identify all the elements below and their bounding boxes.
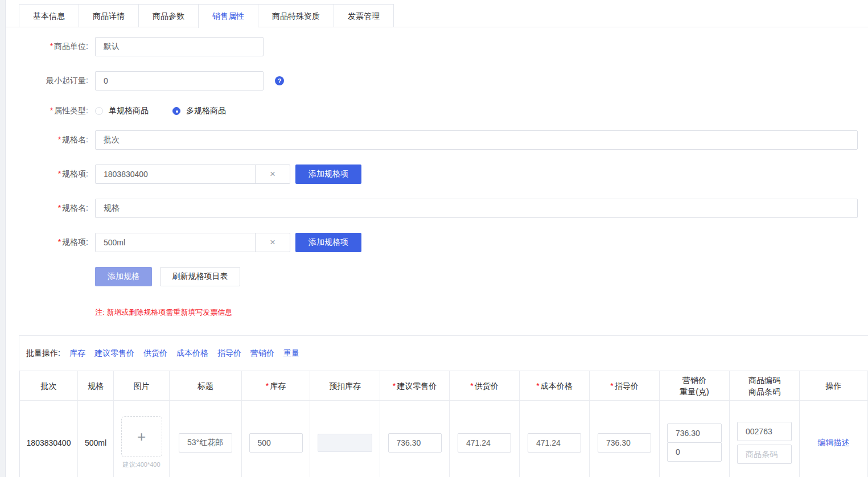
add-spec-button[interactable]: 添加规格 — [95, 267, 152, 286]
cell-withheld-stock — [310, 401, 380, 477]
batch-link-supply-price[interactable]: 供货价 — [143, 348, 167, 359]
retail-price-input[interactable] — [388, 433, 442, 453]
sku-section: 批量操作: 库存 建议零售价 供货价 成本价格 指导价 营销价 重量 批次 规格… — [19, 335, 868, 477]
batch-link-guide-price[interactable]: 指导价 — [217, 348, 241, 359]
radio-single-spec[interactable]: 单规格商品 — [95, 106, 149, 116]
unit-row: *商品单位: — [6, 37, 868, 56]
batch-link-cost-price[interactable]: 成本价格 — [176, 348, 208, 359]
radio-checked-icon[interactable] — [172, 107, 180, 115]
tab-sales-attributes[interactable]: 销售属性 — [198, 4, 258, 28]
left-gutter — [0, 0, 6, 477]
tab-basic-info[interactable]: 基本信息 — [19, 4, 79, 27]
image-upload-button[interactable]: + — [121, 416, 162, 457]
cell-spec: 500ml — [78, 401, 114, 477]
supply-price-input[interactable] — [458, 433, 511, 453]
header-cost-price: *成本价格 — [520, 371, 590, 401]
barcode-input[interactable] — [737, 445, 792, 464]
min-order-input[interactable] — [95, 71, 264, 91]
spec1-item-input[interactable] — [96, 165, 255, 183]
cost-price-input[interactable] — [528, 433, 581, 453]
marketing-price-input[interactable] — [667, 423, 722, 443]
tab-special-qualification[interactable]: 商品特殊资质 — [258, 4, 334, 27]
plus-icon: + — [137, 428, 146, 446]
cell-cost-price — [520, 401, 590, 477]
spec2-item-row: *规格项: × 添加规格项 — [6, 233, 868, 252]
header-stock: *库存 — [242, 371, 310, 401]
required-mark: * — [470, 381, 473, 390]
header-title: 标题 — [170, 371, 242, 401]
header-code-barcode: 商品编码商品条码 — [730, 371, 800, 401]
tab-bar: 基本信息 商品详情 商品参数 销售属性 商品特殊资质 发票管理 — [6, 0, 868, 27]
min-order-label: 最小起订量: — [6, 76, 88, 86]
spec1-name-input[interactable] — [95, 130, 858, 150]
header-spec: 规格 — [78, 371, 114, 401]
header-marketing-weight: 营销价重量(克) — [660, 371, 730, 401]
spec2-name-row: *规格名: — [6, 199, 868, 218]
image-size-hint: 建议:400*400 — [114, 460, 169, 469]
required-mark: * — [58, 203, 61, 212]
cell-stock — [242, 401, 310, 477]
batch-operations-bar: 批量操作: 库存 建议零售价 供货价 成本价格 指导价 营销价 重量 — [19, 336, 868, 371]
min-order-row: 最小起订量: ? — [6, 71, 868, 91]
refresh-spec-table-button[interactable]: 刷新规格项目表 — [160, 267, 240, 286]
header-withheld-stock: 预扣库存 — [310, 371, 380, 401]
cell-title — [170, 401, 242, 477]
attr-type-label: *属性类型: — [6, 106, 88, 116]
edit-description-link[interactable]: 编辑描述 — [818, 438, 850, 447]
batch-link-stock[interactable]: 库存 — [69, 348, 85, 359]
header-retail-price: *建议零售价 — [380, 371, 450, 401]
batch-link-retail-price[interactable]: 建议零售价 — [94, 348, 134, 359]
radio-unchecked-icon[interactable] — [95, 107, 103, 115]
header-image: 图片 — [114, 371, 170, 401]
cell-marketing-weight — [660, 401, 730, 477]
radio-multi-spec[interactable]: 多规格商品 — [172, 106, 226, 116]
tab-invoice-management[interactable]: 发票管理 — [334, 4, 394, 27]
guide-price-input[interactable] — [598, 433, 651, 453]
weight-input[interactable] — [667, 442, 722, 462]
clear-icon[interactable]: × — [255, 233, 290, 252]
required-mark: * — [266, 381, 269, 390]
sku-table-row: 1803830400 500ml + 建议:400*400 — [20, 401, 868, 477]
radio-single-spec-label: 单规格商品 — [109, 106, 149, 116]
header-guide-price: *指导价 — [590, 371, 660, 401]
header-supply-price: *供货价 — [450, 371, 520, 401]
spec1-item-row: *规格项: × 添加规格项 — [6, 165, 868, 184]
required-mark: * — [58, 169, 61, 178]
spec1-name-row: *规格名: — [6, 130, 868, 150]
tab-product-params[interactable]: 商品参数 — [138, 4, 198, 27]
spec1-add-item-button[interactable]: 添加规格项 — [295, 165, 361, 184]
batch-link-weight[interactable]: 重量 — [283, 348, 299, 359]
spec2-name-label: *规格名: — [6, 203, 88, 213]
sales-attributes-form: *商品单位: 最小起订量: ? *属性类型: 单规格商品 多规格商品 — [6, 27, 868, 318]
unit-input[interactable] — [95, 37, 264, 56]
cell-code-barcode — [730, 401, 800, 477]
tab-product-detail[interactable]: 商品详情 — [79, 4, 138, 27]
title-input[interactable] — [179, 433, 232, 453]
spec1-name-label: *规格名: — [6, 135, 88, 145]
required-mark: * — [58, 135, 61, 144]
unit-label: *商品单位: — [6, 42, 88, 52]
header-action: 操作 — [800, 371, 868, 401]
required-mark: * — [536, 381, 539, 390]
page-content: 基本信息 商品详情 商品参数 销售属性 商品特殊资质 发票管理 *商品单位: 最… — [6, 0, 868, 477]
required-mark: * — [610, 381, 613, 390]
help-icon[interactable]: ? — [275, 76, 284, 85]
cell-retail-price — [380, 401, 450, 477]
product-code-input[interactable] — [737, 422, 792, 441]
cell-supply-price — [450, 401, 520, 477]
attr-type-row: *属性类型: 单规格商品 多规格商品 — [6, 106, 868, 116]
header-batch: 批次 — [20, 371, 78, 401]
stock-input[interactable] — [249, 433, 303, 453]
cell-action: 编辑描述 — [800, 401, 868, 477]
spec2-item-input[interactable] — [96, 233, 255, 252]
spec2-add-item-button[interactable]: 添加规格项 — [295, 233, 361, 252]
radio-multi-spec-label: 多规格商品 — [186, 106, 226, 116]
spec1-item-input-group: × — [95, 165, 290, 184]
spec-buttons-row: 添加规格 刷新规格项目表 — [6, 267, 868, 286]
sku-table: 批次 规格 图片 标题 *库存 预扣库存 *建议零售价 *供货价 *成本价格 *… — [19, 371, 868, 477]
clear-icon[interactable]: × — [255, 165, 290, 183]
invoice-note: 注: 新增或删除规格项需重新填写发票信息 — [95, 307, 232, 318]
required-mark: * — [58, 237, 61, 246]
batch-link-marketing-price[interactable]: 营销价 — [250, 348, 274, 359]
spec2-name-input[interactable] — [95, 199, 858, 218]
